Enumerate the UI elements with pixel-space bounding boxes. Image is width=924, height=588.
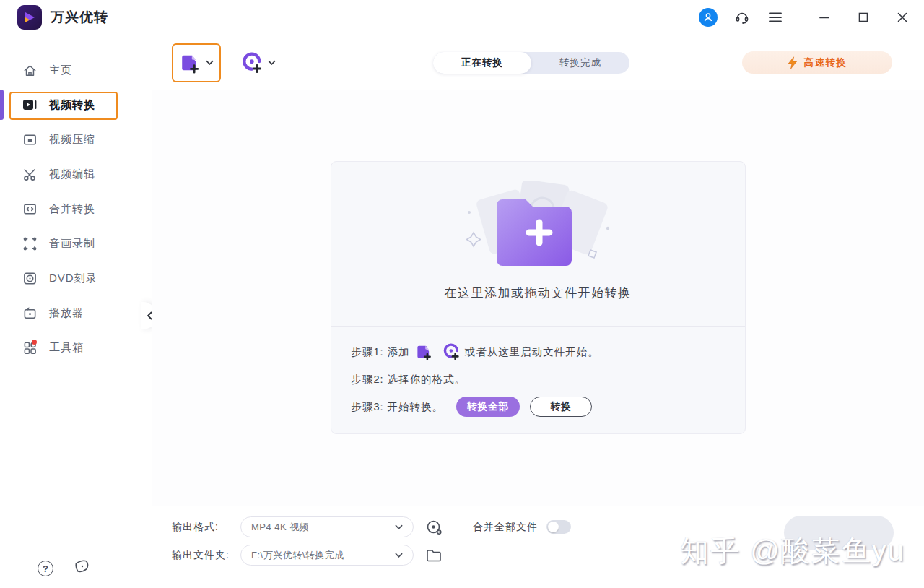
sidebar-item-label: 合并转换	[49, 202, 95, 216]
home-icon	[22, 62, 38, 78]
video-compress-icon	[22, 131, 38, 147]
sidebar-item-av-record[interactable]: 音画录制	[0, 226, 152, 261]
open-folder-icon[interactable]	[425, 547, 443, 564]
chevron-down-icon	[395, 553, 403, 558]
step-2-text: 步骤2: 选择你的格式。	[352, 373, 466, 386]
app-logo-icon	[17, 5, 42, 30]
step-3-text: 步骤3: 开始转换。	[352, 400, 444, 414]
sidebar-item-merge-convert[interactable]: 合并转换	[0, 191, 152, 226]
lightning-icon	[788, 56, 798, 69]
sidebar-item-label: 音画录制	[49, 237, 95, 251]
high-speed-convert-label: 高速转换	[804, 56, 847, 69]
sidebar-item-video-compress[interactable]: 视频压缩	[0, 122, 152, 157]
convert-button[interactable]: 转换	[530, 397, 592, 417]
minimize-icon[interactable]	[816, 9, 833, 26]
sidebar-item-label: 视频压缩	[49, 133, 95, 147]
sidebar-item-label: 播放器	[49, 306, 84, 320]
add-files-button[interactable]	[172, 43, 221, 82]
sidebar: 主页 视频转换 视	[0, 35, 152, 588]
convert-status-tabs: 正在转换 转换完成	[433, 52, 629, 74]
sidebar-item-video-edit[interactable]: 视频编辑	[0, 157, 152, 191]
sidebar-item-label: 工具箱	[49, 341, 84, 355]
merge-convert-icon	[22, 201, 38, 217]
sidebar-item-label: 视频编辑	[49, 168, 95, 181]
app-title: 万兴优转	[51, 8, 108, 27]
output-format-label: 输出格式:	[172, 521, 240, 534]
notification-dot	[32, 340, 37, 345]
hamburger-menu-icon[interactable]	[767, 9, 784, 26]
tab-converting[interactable]: 正在转换	[433, 52, 531, 74]
output-format-dropdown[interactable]: MP4 4K 视频	[240, 516, 414, 537]
chevron-down-icon	[395, 524, 403, 530]
chevron-down-icon	[206, 60, 214, 66]
merge-all-files-toggle[interactable]	[546, 520, 571, 534]
drop-zone-hint: 在这里添加或拖动文件开始转换	[445, 285, 632, 301]
output-settings-bar: 输出格式: MP4 4K 视频 合并全部文件	[152, 506, 924, 588]
step-2-row: 步骤2: 选择你的格式。	[352, 368, 725, 390]
chevron-down-icon	[268, 60, 276, 66]
main-area: 正在转换 转换完成 高速转换	[152, 35, 924, 588]
output-folder-label: 输出文件夹:	[172, 549, 240, 562]
sidebar-item-home[interactable]: 主页	[0, 53, 152, 87]
toggle-knob	[548, 522, 559, 532]
sidebar-item-dvd-burn[interactable]: DVD刻录	[0, 261, 152, 295]
sidebar-item-label: 视频转换	[49, 98, 95, 112]
output-folder-value: F:\万兴优转\转换完成	[251, 549, 395, 562]
steps-guide: 步骤1: 添加	[331, 327, 745, 418]
sidebar-item-toolbox[interactable]: 工具箱	[0, 330, 152, 365]
sidebar-item-player[interactable]: 播放器	[0, 295, 152, 330]
step-1-row: 步骤1: 添加	[352, 341, 725, 363]
format-settings-icon[interactable]	[425, 519, 443, 536]
step-1-text: 步骤1: 添加	[352, 345, 410, 359]
add-file-icon	[415, 343, 432, 360]
title-bar: 万兴优转	[0, 0, 924, 35]
high-speed-convert-button[interactable]: 高速转换	[742, 51, 892, 74]
add-file-icon	[179, 52, 201, 74]
output-format-value: MP4 4K 视频	[251, 521, 395, 534]
sidebar-item-label: 主页	[49, 64, 72, 77]
scissors-icon	[22, 166, 38, 182]
step-1-text-suffix: 或者从这里启动文件开始。	[465, 345, 599, 359]
convert-all-button[interactable]: 转换全部	[456, 397, 520, 417]
file-drop-zone[interactable]: 在这里添加或拖动文件开始转换	[331, 162, 745, 327]
start-panel: 在这里添加或拖动文件开始转换 步骤1: 添加	[331, 161, 746, 434]
maximize-icon[interactable]	[855, 9, 872, 26]
merge-all-files-label: 合并全部文件	[473, 521, 538, 534]
add-disc-icon	[241, 52, 263, 74]
video-convert-icon	[22, 97, 38, 113]
sidebar-item-video-convert[interactable]: 视频转换	[0, 87, 152, 122]
app-window: 万兴优转	[0, 0, 924, 588]
folder-plus-illustration	[448, 181, 628, 276]
add-disc-icon	[443, 343, 460, 360]
screen-record-icon	[22, 235, 38, 251]
convert-all-disabled-button[interactable]	[784, 516, 894, 550]
output-folder-dropdown[interactable]: F:\万兴优转\转换完成	[240, 545, 414, 566]
feedback-icon[interactable]	[74, 559, 91, 578]
step-3-row: 步骤3: 开始转换。 转换全部 转换	[352, 396, 725, 418]
tab-converted[interactable]: 转换完成	[531, 52, 629, 74]
close-icon[interactable]	[894, 9, 911, 26]
user-avatar-icon[interactable]	[699, 8, 718, 27]
dvd-burn-icon	[22, 270, 38, 286]
headset-support-icon[interactable]	[733, 9, 751, 26]
add-disc-button[interactable]	[235, 45, 282, 81]
player-icon	[22, 305, 38, 321]
toolbar: 正在转换 转换完成 高速转换	[152, 35, 924, 90]
help-icon[interactable]: ?	[38, 561, 53, 576]
sidebar-item-label: DVD刻录	[49, 272, 97, 285]
